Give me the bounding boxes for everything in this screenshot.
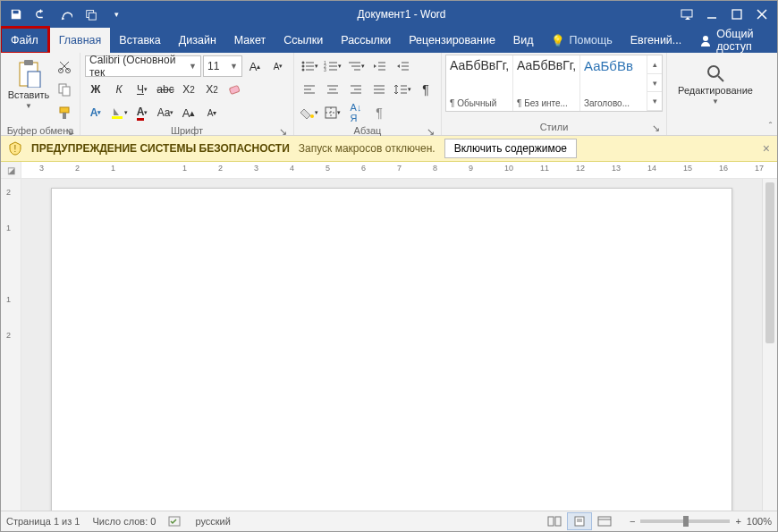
- align-right-button[interactable]: [345, 79, 367, 100]
- line-spacing-button[interactable]: ▾: [392, 79, 413, 100]
- text-effects-button[interactable]: A▾: [85, 102, 106, 123]
- grow-font2-button[interactable]: A▴: [178, 102, 199, 123]
- subscript-button[interactable]: X2: [178, 79, 199, 100]
- maximize-icon[interactable]: [725, 3, 748, 26]
- ruler-tick: 2: [6, 188, 11, 197]
- print-layout-icon[interactable]: [567, 512, 592, 530]
- style-normal[interactable]: АаБбВвГг,¶ Обычный: [446, 55, 513, 111]
- tab-mailings[interactable]: Рассылки: [332, 28, 400, 53]
- shading-button[interactable]: ▾: [299, 102, 320, 123]
- multilevel-list-button[interactable]: ▾: [345, 55, 367, 77]
- font-name-combo[interactable]: Calibri (Основной тек▼: [85, 55, 201, 77]
- tab-review[interactable]: Рецензирование: [400, 28, 504, 53]
- ruler-tick: 10: [504, 164, 513, 173]
- user-label[interactable]: Евгений...: [622, 28, 691, 53]
- spellcheck-icon[interactable]: [168, 515, 182, 528]
- bold-button[interactable]: Ж: [85, 79, 106, 100]
- editing-button[interactable]: Редактирование ▼: [671, 55, 760, 114]
- share-button[interactable]: Общий доступ: [690, 28, 777, 53]
- web-layout-icon[interactable]: [592, 512, 617, 530]
- tab-design[interactable]: Дизайн: [170, 28, 225, 53]
- shrink-font2-button[interactable]: A▾: [201, 102, 223, 123]
- italic-button[interactable]: К: [108, 79, 130, 100]
- strike-button[interactable]: abc: [155, 79, 176, 100]
- close-icon[interactable]: [750, 3, 774, 26]
- sort-button[interactable]: A↓Я: [345, 102, 367, 123]
- decrease-indent-button[interactable]: [368, 55, 390, 77]
- justify-button[interactable]: [368, 79, 390, 100]
- numbering-button[interactable]: 123▾: [322, 55, 343, 77]
- ruler-tick: 11: [540, 164, 549, 173]
- format-painter-button[interactable]: [54, 102, 75, 123]
- dialog-launcher-icon[interactable]: ↘: [277, 126, 288, 137]
- shrink-font-button[interactable]: A▾: [267, 55, 289, 77]
- vertical-scrollbar[interactable]: [762, 179, 777, 511]
- style-no-spacing[interactable]: АаБбВвГг,¶ Без инте...: [513, 55, 580, 111]
- tab-insert[interactable]: Вставка: [110, 28, 169, 53]
- page-indicator[interactable]: Страница 1 из 1: [6, 516, 80, 527]
- change-case-button[interactable]: Aa▾: [155, 102, 176, 123]
- close-warning-icon[interactable]: ×: [763, 141, 770, 156]
- word-count[interactable]: Число слов: 0: [92, 516, 156, 527]
- ribbon-options-icon[interactable]: [675, 3, 698, 26]
- underline-button[interactable]: Ч▾: [131, 79, 153, 100]
- font-color-button[interactable]: A▾: [131, 102, 153, 123]
- grow-font-button[interactable]: A▴: [244, 55, 266, 77]
- font-size-combo[interactable]: 11▼: [203, 55, 242, 77]
- scrollbar-thumb[interactable]: [765, 182, 774, 343]
- horizontal-ruler[interactable]: 3211234567891011121314151617: [21, 162, 777, 178]
- dialog-launcher-icon[interactable]: ↘: [425, 126, 436, 137]
- align-left-button[interactable]: [299, 79, 320, 100]
- align-center-button[interactable]: [322, 79, 343, 100]
- show-marks-button[interactable]: ¶: [415, 79, 436, 100]
- zoom-level[interactable]: 100%: [747, 516, 772, 527]
- show-marks2-button[interactable]: ¶: [368, 102, 390, 123]
- read-mode-icon[interactable]: [542, 512, 567, 530]
- document-page[interactable]: [51, 188, 732, 511]
- clear-format-button[interactable]: [224, 79, 246, 100]
- style-heading1[interactable]: АаБбВвЗаголово...: [580, 55, 647, 111]
- shield-warning-icon: !: [8, 141, 22, 156]
- ruler-corner[interactable]: ◪: [1, 162, 21, 178]
- styles-expand-icon[interactable]: ▾: [647, 92, 662, 111]
- zoom-in-button[interactable]: +: [735, 516, 740, 527]
- undo-icon[interactable]: [30, 3, 53, 26]
- superscript-button[interactable]: X2: [201, 79, 223, 100]
- customize-icon[interactable]: [80, 3, 103, 26]
- zoom-handle[interactable]: [683, 516, 689, 527]
- highlight-button[interactable]: ▾: [108, 102, 130, 123]
- borders-button[interactable]: ▾: [322, 102, 343, 123]
- document-area: 2112: [1, 179, 777, 511]
- tab-file[interactable]: Файл: [0, 26, 50, 55]
- language-indicator[interactable]: русский: [195, 516, 230, 527]
- qat-dropdown-icon[interactable]: ▾: [105, 3, 128, 26]
- increase-indent-button[interactable]: [392, 55, 413, 77]
- tab-tellme[interactable]: 💡Помощь: [542, 28, 621, 53]
- svg-rect-14: [63, 113, 66, 119]
- minimize-icon[interactable]: [700, 3, 723, 26]
- tab-layout[interactable]: Макет: [225, 28, 275, 53]
- bullets-button[interactable]: ▾: [299, 55, 320, 77]
- vertical-ruler[interactable]: 2112: [1, 179, 21, 511]
- styles-scroll-down-icon[interactable]: ▾: [647, 74, 662, 93]
- redo-icon[interactable]: [55, 3, 78, 26]
- svg-rect-4: [732, 10, 741, 19]
- group-paragraph: ▾ 123▾ ▾ ▾ ¶ ▾ ▾ A↓Я ¶ Абзац↘: [294, 53, 442, 135]
- ruler-tick: 5: [326, 164, 330, 173]
- styles-gallery[interactable]: АаБбВвГг,¶ Обычный АаБбВвГг,¶ Без инте..…: [445, 55, 663, 112]
- save-icon[interactable]: [4, 3, 28, 26]
- zoom-out-button[interactable]: −: [630, 516, 635, 527]
- enable-content-button[interactable]: Включить содержимое: [444, 139, 577, 158]
- paste-button[interactable]: Вставить ▼: [4, 55, 53, 114]
- zoom-slider[interactable]: [640, 519, 730, 523]
- collapse-ribbon-icon[interactable]: ˆ: [764, 53, 777, 135]
- copy-button[interactable]: [54, 79, 75, 100]
- svg-rect-16: [112, 116, 123, 119]
- tab-view[interactable]: Вид: [504, 28, 543, 53]
- dialog-launcher-icon[interactable]: ↘: [63, 126, 74, 137]
- styles-scroll-up-icon[interactable]: ▴: [647, 55, 662, 74]
- tab-references[interactable]: Ссылки: [275, 28, 332, 53]
- cut-button[interactable]: [54, 55, 75, 77]
- dialog-launcher-icon[interactable]: ↘: [650, 122, 661, 133]
- tab-home[interactable]: Главная: [50, 28, 111, 53]
